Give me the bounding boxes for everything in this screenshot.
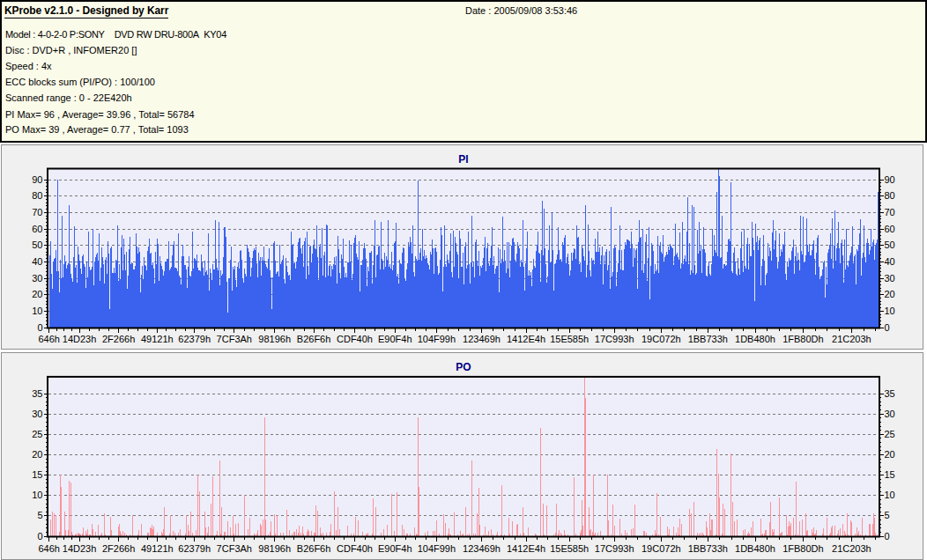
svg-text:80: 80 [32,190,42,201]
svg-text:CDF40h: CDF40h [337,543,373,554]
svg-text:5: 5 [885,510,890,520]
svg-text:98196h: 98196h [258,543,291,554]
svg-text:30: 30 [32,273,42,284]
svg-text:B26F6h: B26F6h [297,543,331,554]
svg-text:62379h: 62379h [178,334,211,344]
svg-text:123469h: 123469h [463,334,501,344]
svg-text:15E585h: 15E585h [550,543,589,554]
svg-text:5: 5 [37,510,42,520]
svg-text:0: 0 [885,531,890,542]
svg-text:104F99h: 104F99h [418,543,456,554]
svg-text:60: 60 [32,224,42,234]
svg-text:1FB80Dh: 1FB80Dh [782,334,823,344]
svg-text:30: 30 [885,273,895,284]
svg-text:0: 0 [37,322,42,333]
svg-text:98196h: 98196h [258,334,291,344]
svg-text:B26F6h: B26F6h [297,334,331,344]
svg-text:40: 40 [32,256,42,267]
svg-text:7CF3Ah: 7CF3Ah [217,543,252,554]
svg-text:104F99h: 104F99h [418,334,456,344]
svg-text:1DB480h: 1DB480h [735,334,775,344]
svg-text:50: 50 [885,239,895,250]
svg-text:CDF40h: CDF40h [337,334,373,344]
svg-text:1BB733h: 1BB733h [688,334,728,344]
svg-text:10: 10 [32,490,42,500]
svg-text:0: 0 [37,531,42,542]
svg-text:17C993h: 17C993h [595,334,634,344]
svg-text:1FB80Dh: 1FB80Dh [782,543,823,554]
svg-text:30: 30 [32,409,42,419]
svg-text:30: 30 [885,409,895,419]
svg-text:PO: PO [456,361,471,373]
svg-text:70: 70 [32,207,42,217]
svg-text:10: 10 [885,306,895,316]
svg-text:1BB733h: 1BB733h [688,543,728,554]
svg-text:646h: 646h [38,334,59,344]
svg-text:2F266h: 2F266h [102,334,135,344]
svg-text:20: 20 [885,449,895,460]
svg-text:10: 10 [32,306,42,316]
svg-text:1412E4h: 1412E4h [507,334,545,344]
svg-text:21C203h: 21C203h [832,543,871,554]
svg-text:17C993h: 17C993h [595,543,634,554]
svg-text:90: 90 [885,174,895,185]
svg-text:0: 0 [885,322,890,333]
svg-text:21C203h: 21C203h [832,334,871,344]
svg-text:80: 80 [885,190,895,201]
svg-text:25: 25 [885,429,895,439]
svg-text:25: 25 [32,429,42,439]
svg-text:1DB480h: 1DB480h [735,543,775,554]
svg-text:14D23h: 14D23h [63,543,97,554]
svg-text:20: 20 [32,449,42,460]
svg-text:15E585h: 15E585h [550,334,589,344]
svg-text:49121h: 49121h [141,543,174,554]
svg-text:15: 15 [885,469,895,480]
svg-text:7CF3Ah: 7CF3Ah [217,334,252,344]
svg-text:49121h: 49121h [141,334,174,344]
svg-text:50: 50 [32,239,42,250]
svg-text:20: 20 [885,289,895,299]
svg-text:19C072h: 19C072h [641,543,681,554]
svg-text:15: 15 [32,469,42,480]
svg-text:35: 35 [32,388,42,399]
svg-text:646h: 646h [38,543,59,554]
svg-text:60: 60 [885,224,895,234]
svg-text:PI: PI [458,153,468,166]
svg-text:20: 20 [32,289,42,299]
svg-text:E90F4h: E90F4h [378,334,412,344]
svg-text:35: 35 [885,388,895,399]
svg-text:19C072h: 19C072h [641,334,681,344]
svg-text:1412E4h: 1412E4h [507,543,545,554]
svg-text:10: 10 [885,490,895,500]
svg-text:E90F4h: E90F4h [378,543,412,554]
svg-text:123469h: 123469h [463,543,501,554]
svg-text:90: 90 [32,174,42,185]
svg-text:62379h: 62379h [178,543,211,554]
svg-text:2F266h: 2F266h [102,543,135,554]
svg-text:40: 40 [885,256,895,267]
svg-text:14D23h: 14D23h [63,334,97,344]
svg-text:70: 70 [885,207,895,217]
